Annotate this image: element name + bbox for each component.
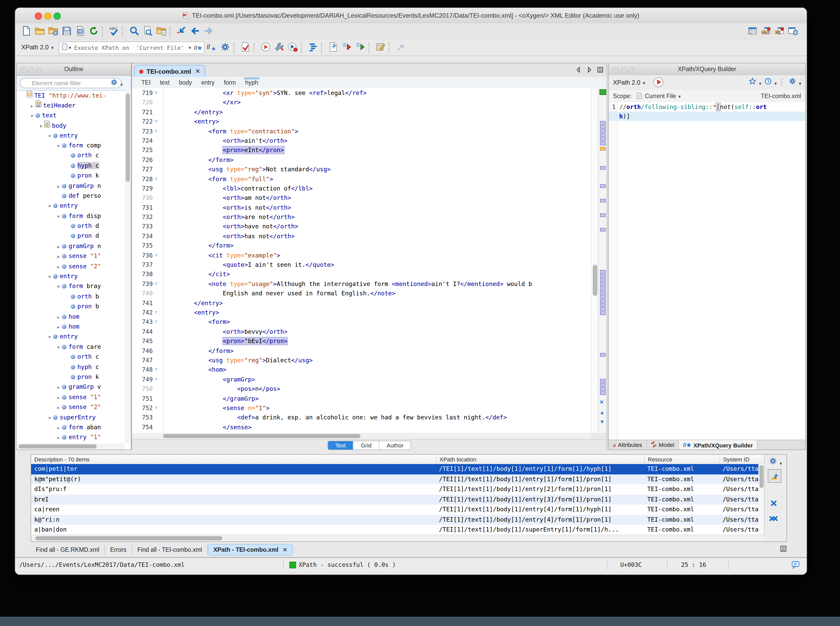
outline-item-hyph[interactable]: hyph c: [17, 362, 125, 372]
scroll-tabs-left-icon[interactable]: [575, 66, 582, 75]
tree-expander-icon[interactable]: ▶: [55, 252, 62, 262]
xpath-star-icon[interactable]: //★: [194, 44, 203, 51]
fold-toggle-icon[interactable]: ▽: [155, 117, 162, 127]
configure-transformation-button[interactable]: [272, 41, 286, 55]
ruler-match-mark[interactable]: [600, 142, 606, 146]
results-horizontal-scrollbar[interactable]: [31, 535, 765, 541]
outline-item-pron[interactable]: pron k: [17, 171, 125, 181]
code-line-728[interactable]: 728▽ <form type="full">: [132, 174, 591, 184]
code-line-744[interactable]: 744 <orth>bevvy</orth>: [132, 327, 591, 336]
fold-toggle-icon[interactable]: ▽: [155, 250, 162, 260]
outline-item-entry[interactable]: ▼entry: [17, 332, 125, 342]
outline-item-sense[interactable]: ▶sense "2": [17, 261, 125, 271]
outline-item-TEI[interactable]: TEITEI "http://www.tei-: [17, 90, 125, 100]
outline-item-teiHeader[interactable]: ▶teiHeader: [17, 100, 125, 111]
outline-item-entry[interactable]: ▶entry "1": [17, 433, 125, 443]
code-line-733[interactable]: 733 <orth>have not</orth>: [132, 222, 591, 232]
result-row[interactable]: breI/TEI[1]/text[1]/body[1]/entry[3]/for…: [31, 495, 765, 504]
outline-item-orth[interactable]: orth b: [17, 292, 125, 302]
fold-toggle-icon[interactable]: ▽: [155, 308, 162, 318]
code-editor[interactable]: 719▽ <xr type="syn">SYN. see <ref>legal<…: [132, 88, 591, 433]
tree-expander-icon[interactable]: ▼: [55, 343, 62, 353]
close-tab-icon[interactable]: ✕: [195, 68, 200, 75]
open-url-button[interactable]: [46, 25, 60, 38]
configure-layout-button[interactable]: [746, 25, 759, 38]
outline-item-form[interactable]: ▼form bray: [17, 282, 125, 292]
results-vertical-scrollbar[interactable]: [758, 464, 765, 535]
code-line-743[interactable]: 743▽ <form>: [132, 318, 591, 327]
code-line-754[interactable]: 754 </sense>: [132, 422, 591, 432]
outline-item-sense[interactable]: ▶sense "2": [17, 402, 125, 412]
ruler-match-mark[interactable]: [600, 391, 606, 395]
tree-expander-icon[interactable]: ▶: [55, 322, 62, 332]
outline-item-entry[interactable]: ▼entry: [17, 201, 125, 211]
code-line-741[interactable]: 741 </entry>: [132, 298, 591, 308]
clear-highlights-icon[interactable]: ✕: [600, 400, 604, 405]
code-line-731[interactable]: 731 <orth>is not</orth>: [132, 203, 591, 212]
outline-item-pron[interactable]: pron b: [17, 302, 125, 312]
breadcrumb-item-TEI[interactable]: TEI: [141, 77, 151, 88]
code-line-729[interactable]: 729 <lbl>contraction of</lbl>: [132, 184, 591, 193]
fold-toggle-icon[interactable]: ▽: [155, 279, 162, 289]
ruler-match-mark[interactable]: [600, 274, 606, 278]
run-transformation-button[interactable]: [259, 41, 272, 55]
breadcrumb-item-body[interactable]: body: [179, 77, 192, 88]
ruler-match-mark[interactable]: [600, 353, 606, 357]
spell-check-button[interactable]: ABC: [107, 25, 121, 38]
ruler-match-mark[interactable]: [600, 303, 606, 307]
outline-settings-gear-icon[interactable]: ▼: [110, 78, 124, 88]
results-column-header[interactable]: System ID: [719, 455, 768, 464]
code-line-738[interactable]: 738 </cit>: [132, 270, 591, 279]
outline-item-superEntry[interactable]: ▼superEntry: [17, 412, 125, 423]
ruler-match-mark[interactable]: [600, 199, 606, 202]
code-line-739[interactable]: 739▽ <note type="usage">Although the int…: [132, 279, 591, 289]
code-line-721[interactable]: 721 </entry>: [132, 108, 591, 117]
tree-expander-icon[interactable]: ▶: [55, 433, 62, 443]
code-line-726[interactable]: 726 </form>: [132, 155, 591, 164]
code-line-751[interactable]: 751 </gramGrp>: [132, 394, 591, 403]
highlight-results-toggle[interactable]: [768, 469, 781, 483]
outline-item-gramGrp[interactable]: ▶gramGrp v: [17, 382, 125, 393]
previous-match-icon[interactable]: ▲: [600, 410, 604, 415]
ruler-match-mark[interactable]: [600, 379, 606, 383]
outline-vertical-scrollbar[interactable]: [125, 90, 131, 443]
new-document-button[interactable]: [19, 25, 33, 38]
code-line-727[interactable]: 727 <usg type="reg">Not standard</usg>: [132, 164, 591, 174]
code-line-723[interactable]: 723▽ <form type="contraction">: [132, 127, 591, 136]
next-match-icon[interactable]: ▼: [600, 419, 604, 425]
builder-tab-model[interactable]: Model: [647, 440, 679, 449]
find-in-files-button[interactable]: [141, 25, 154, 38]
breadcrumb-item-hyph[interactable]: hyph: [245, 77, 258, 88]
navigate-back-button[interactable]: [188, 25, 201, 38]
clear-all-results-icon[interactable]: [768, 515, 779, 525]
code-line-748[interactable]: 748▽ <hom>: [132, 365, 591, 375]
tree-expander-icon[interactable]: ▶: [55, 182, 62, 191]
code-line-736[interactable]: 736▽ <cit type="example">: [132, 250, 591, 260]
outline-item-pron[interactable]: pron k: [17, 372, 125, 382]
find-replace-button[interactable]: [127, 25, 141, 38]
format-outline-button[interactable]: [306, 41, 320, 55]
ruler-match-mark[interactable]: [600, 129, 606, 133]
code-line-734[interactable]: 734 <orth>has not</orth>: [132, 232, 591, 241]
result-row[interactable]: a|ban|don/TEI[1]/text[1]/body[1]/superEn…: [31, 525, 765, 535]
outline-item-entry[interactable]: ▼entry: [17, 271, 125, 282]
open-document-button[interactable]: [33, 25, 46, 38]
outline-item-def[interactable]: def perso: [17, 191, 125, 201]
debug-xslt-button[interactable]: XSLT: [759, 25, 772, 38]
ruler-match-mark[interactable]: [600, 213, 606, 217]
format-indent-button[interactable]: [327, 41, 340, 55]
bottom-tab-find-all-ge-rkmd-xml[interactable]: Find all - GE.RKMD.xml: [31, 545, 105, 555]
tree-expander-icon[interactable]: ▶: [55, 403, 62, 413]
code-line-730[interactable]: 730 <orth>am not</orth>: [132, 193, 591, 203]
ruler-match-mark[interactable]: [600, 383, 606, 387]
ruler-match-mark[interactable]: [600, 282, 606, 286]
ruler-match-mark[interactable]: [600, 228, 606, 232]
tree-expander-icon[interactable]: ▶: [55, 242, 62, 252]
tree-expander-icon[interactable]: ▼: [55, 282, 62, 292]
tree-expander-icon[interactable]: ▼: [46, 131, 53, 141]
fold-toggle-icon[interactable]: ▽: [155, 365, 162, 375]
results-column-header[interactable]: Description - 70 items: [31, 455, 439, 464]
ruler-match-mark[interactable]: [600, 291, 606, 294]
bottom-tab-errors[interactable]: Errors: [105, 545, 132, 555]
xpath-version-dropdown[interactable]: XPath 2.0▼: [21, 41, 54, 55]
